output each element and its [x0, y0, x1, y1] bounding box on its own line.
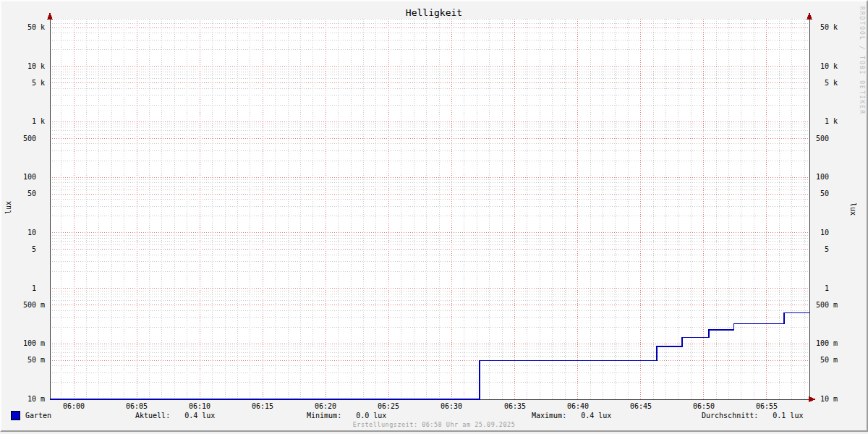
x-tick-label: 06:35	[499, 402, 531, 410]
x-tick-label: 06:15	[247, 402, 278, 410]
y-tick-label-right: 50 k	[816, 23, 838, 32]
stat-minimum-value: 0.0 lux	[356, 412, 386, 420]
y-tick-label-right: 100	[816, 173, 829, 182]
x-tick-label: 06:05	[121, 402, 153, 410]
x-tick-label: 06:50	[688, 402, 720, 410]
y-tick-label-right: 5 k	[816, 79, 838, 88]
y-tick-label-left: 1	[1, 284, 45, 293]
y-tick-label-left: 1 k	[1, 117, 45, 126]
x-tick-label: 06:20	[310, 402, 341, 410]
stat-durchschnitt-value: 0.1 lux	[773, 412, 803, 420]
x-tick-label: 06:55	[751, 402, 783, 410]
series-color-swatch	[11, 411, 20, 420]
stat-durchschnitt-label: Durchschnitt:	[702, 412, 758, 420]
stat-maximum: Maximum: 0.4 lux	[532, 412, 611, 420]
y-tick-label-right: 10	[816, 229, 829, 237]
y-tick-label-left: 10 m	[1, 395, 45, 404]
stat-aktuell: Aktuell: 0.4 lux	[135, 412, 215, 420]
y-axis-unit-right: lux	[848, 198, 857, 220]
x-tick-label: 06:30	[435, 402, 467, 410]
y-tick-label-right: 1 k	[816, 117, 838, 126]
y-tick-label-left: 5 k	[1, 79, 45, 88]
y-tick-label-right: 5	[816, 245, 829, 254]
x-tick-label: 06:45	[625, 402, 657, 410]
x-tick-label: 06:40	[562, 402, 594, 410]
y-tick-label-right: 500	[816, 135, 829, 143]
stat-aktuell-label: Aktuell:	[135, 412, 170, 420]
y-tick-label-left: 100	[1, 173, 45, 182]
stat-minimum: Minimum: 0.0 lux	[307, 412, 386, 420]
x-tick-label: 06:10	[184, 402, 216, 410]
y-tick-label-right: 10 k	[816, 62, 838, 71]
y-tick-label-left: 500 m	[1, 301, 45, 310]
y-tick-label-right: 500 m	[816, 301, 838, 310]
series-label: Garten	[25, 412, 51, 420]
y-tick-label-left: 10	[1, 229, 45, 237]
x-tick-label: 06:00	[58, 402, 90, 410]
stat-maximum-label: Maximum:	[532, 412, 566, 420]
rrdtool-watermark: RRDTOOL / TOBI OETIKER	[859, 7, 865, 115]
stat-aktuell-value: 0.4 lux	[184, 412, 215, 420]
x-tick-label: 06:25	[373, 402, 404, 410]
rrdtool-graph: Helligkeit 50 k 50 k10 k 10 k5 k 5 k1 k …	[0, 0, 868, 432]
stat-durchschnitt: Durchschnitt: 0.1 lux	[702, 412, 803, 420]
creation-time: Erstellungszeit: 06:58 Uhr am 25.09.2025	[1, 421, 867, 428]
y-tick-label-left: 10 k	[1, 62, 45, 71]
stat-minimum-label: Minimum:	[307, 412, 341, 420]
y-tick-label-left: 100 m	[1, 339, 45, 348]
y-tick-label-right: 50	[816, 190, 829, 198]
legend-item-garten: Garten	[11, 411, 51, 420]
y-tick-label-left: 50 k	[1, 23, 45, 32]
y-tick-label-left: 5	[1, 245, 45, 254]
y-axis-unit-left: lux	[4, 197, 13, 218]
y-tick-label-left: 50 m	[1, 356, 45, 365]
stat-maximum-value: 0.4 lux	[581, 412, 611, 420]
y-tick-label-right: 1	[816, 284, 829, 293]
y-tick-label-right: 50 m	[816, 356, 838, 365]
y-tick-label-right: 10 m	[816, 395, 838, 404]
y-tick-label-right: 100 m	[816, 339, 838, 348]
y-tick-label-left: 500	[1, 135, 45, 143]
chart-canvas	[1, 1, 867, 430]
